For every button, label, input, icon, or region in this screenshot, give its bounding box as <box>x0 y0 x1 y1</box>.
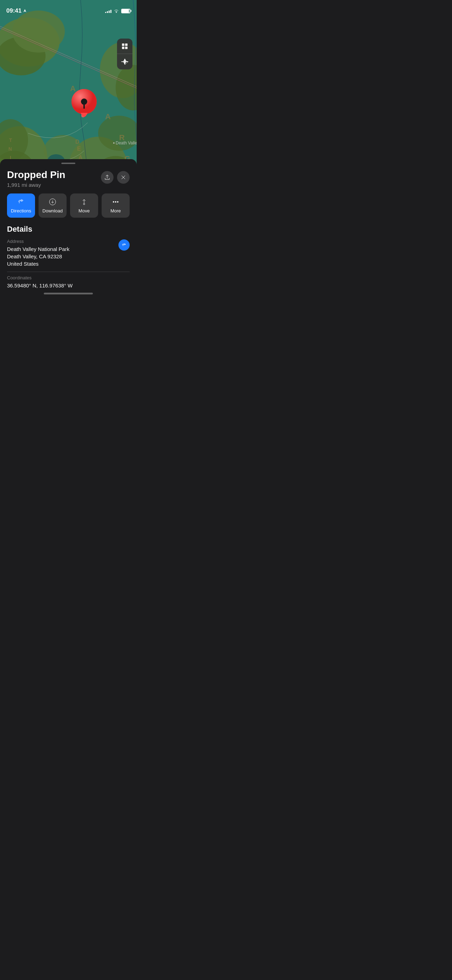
svg-rect-48 <box>122 43 124 46</box>
svg-point-58 <box>115 201 116 203</box>
time-display: 09:41 <box>6 7 21 14</box>
svg-text:Death Valley: Death Valley <box>116 140 137 145</box>
place-info: Dropped Pin 1,991 mi away <box>7 170 65 188</box>
address-line2: Death Valley, CA 92328 <box>7 253 69 260</box>
coordinates-label: Coordinates <box>7 275 130 280</box>
header-action-buttons <box>101 171 130 184</box>
sheet-handle <box>61 162 75 164</box>
svg-text:T: T <box>9 137 13 143</box>
place-title: Dropped Pin <box>7 170 65 180</box>
move-button[interactable]: Move <box>70 194 98 218</box>
map-controls <box>117 38 132 69</box>
share-button[interactable] <box>101 171 113 184</box>
svg-rect-51 <box>125 47 127 49</box>
coordinates-value: 36.59480° N, 116.97638° W <box>7 282 130 289</box>
bottom-sheet: Dropped Pin 1,991 mi away <box>0 159 137 296</box>
svg-point-59 <box>117 201 118 203</box>
move-icon <box>80 198 88 206</box>
wifi-icon <box>113 9 119 13</box>
svg-marker-52 <box>123 59 126 65</box>
close-button[interactable] <box>117 171 130 184</box>
svg-text:E: E <box>77 146 82 152</box>
directions-icon <box>17 198 25 206</box>
location-button[interactable] <box>117 54 132 69</box>
more-label: More <box>110 208 121 213</box>
svg-text:N: N <box>8 146 13 152</box>
address-label: Address <box>7 239 69 244</box>
section-divider <box>7 272 130 272</box>
directions-button[interactable]: Directions <box>7 194 35 218</box>
status-bar: 09:41 <box>0 0 137 18</box>
battery-icon <box>121 9 131 13</box>
more-icon <box>112 198 119 206</box>
svg-rect-49 <box>125 43 127 46</box>
svg-rect-46 <box>83 105 85 109</box>
svg-point-57 <box>113 201 114 203</box>
directions-label: Directions <box>11 208 31 213</box>
address-directions-button[interactable] <box>118 239 130 251</box>
download-label: Download <box>42 208 63 213</box>
address-content: Address Death Valley National Park Death… <box>7 239 69 267</box>
svg-rect-50 <box>122 47 124 49</box>
place-distance: 1,991 mi away <box>7 182 65 188</box>
scroll-indicator <box>44 293 93 294</box>
map-layers-button[interactable] <box>117 38 132 54</box>
svg-text:D: D <box>75 139 81 145</box>
more-button[interactable]: More <box>102 194 130 218</box>
details-section: Details Address Death Valley National Pa… <box>7 225 130 290</box>
status-icons <box>105 9 131 13</box>
signal-icon <box>105 9 111 13</box>
move-label: Move <box>78 208 90 213</box>
coordinates-row: Coordinates 36.59480° N, 116.97638° W <box>7 275 130 289</box>
status-time: 09:41 <box>6 7 27 14</box>
svg-point-41 <box>113 142 115 144</box>
svg-point-47 <box>116 12 117 13</box>
location-arrow-icon <box>23 9 27 13</box>
address-row: Address Death Valley National Park Death… <box>7 239 130 267</box>
download-button[interactable]: Download <box>38 194 67 218</box>
address-line1: Death Valley National Park <box>7 245 69 253</box>
address-line3: United States <box>7 260 69 267</box>
sheet-header: Dropped Pin 1,991 mi away <box>7 170 130 188</box>
svg-point-56 <box>83 203 85 205</box>
svg-text:A: A <box>105 112 113 121</box>
action-buttons-row: Directions Download Move <box>7 194 130 218</box>
download-icon <box>49 198 56 206</box>
svg-point-45 <box>81 99 87 105</box>
details-title: Details <box>7 225 130 234</box>
